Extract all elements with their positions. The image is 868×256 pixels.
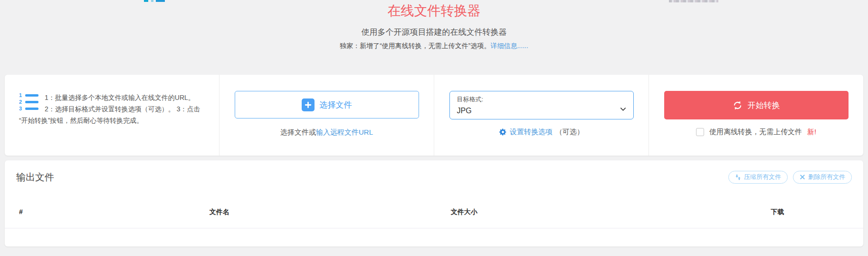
column-header-spacer	[537, 208, 691, 217]
plus-icon	[302, 98, 315, 111]
conversion-options-line: 设置转换选项 （可选）	[499, 128, 584, 137]
output-actions: 压缩所有文件 删除所有文件	[728, 171, 852, 184]
instructions-text-block: 1 2 3 1：批量选择多个本地文件或输入在线文件的URL。 2：选择目标格式并…	[5, 91, 219, 126]
start-convert-button[interactable]: 开始转换	[664, 91, 849, 119]
offline-label: 使用离线转换，无需上传文件	[709, 128, 802, 137]
page-header: 在线文件转换器 使用多个开源项目搭建的在线文件转换器 独家：新增了“使用离线转换…	[0, 0, 868, 50]
output-card: 输出文件 压缩所有文件 删除所有文件	[5, 160, 863, 246]
target-format-select[interactable]: 目标格式: JPG	[449, 91, 634, 119]
convert-column: 开始转换 使用离线转换，无需上传文件 新!	[649, 75, 863, 156]
output-headbar: 输出文件 压缩所有文件 删除所有文件	[5, 160, 863, 187]
output-title: 输出文件	[16, 171, 54, 184]
options-note: （可选）	[555, 128, 584, 137]
offline-checkbox[interactable]	[696, 128, 704, 136]
set-options-link[interactable]: 设置转换选项	[510, 128, 553, 137]
instructions-column: 1 2 3 1：批量选择多个本地文件或输入在线文件的URL。 2：选择目标格式并…	[5, 75, 219, 156]
delete-all-button[interactable]: 删除所有文件	[793, 171, 852, 184]
column-header-index: #	[5, 208, 48, 217]
target-format-value: JPG	[457, 107, 626, 115]
remote-url-link[interactable]: 输入远程文件URL	[316, 128, 373, 136]
choose-file-column: 选择文件 选择文件或输入远程文件URL	[219, 75, 434, 156]
column-header-download: 下载	[692, 208, 863, 217]
target-format-label: 目标格式:	[457, 95, 626, 104]
offline-option-line: 使用离线转换，无需上传文件 新!	[696, 128, 816, 137]
choose-file-label: 选择文件	[320, 99, 352, 110]
promo-line: 独家：新增了“使用离线转换，无需上传文件”选项。详细信息......	[0, 42, 868, 50]
close-icon	[800, 174, 805, 180]
delete-all-label: 删除所有文件	[808, 173, 845, 181]
column-header-filesize: 文件大小	[391, 208, 537, 217]
compress-all-button[interactable]: 压缩所有文件	[728, 171, 788, 184]
file-hint: 选择文件或输入远程文件URL	[280, 128, 373, 137]
ordered-list-icon: 1 2 3	[19, 93, 40, 113]
converter-card: 1 2 3 1：批量选择多个本地文件或输入在线文件的URL。 2：选择目标格式并…	[5, 75, 863, 156]
start-convert-label: 开始转换	[748, 100, 780, 111]
gear-icon	[499, 128, 507, 136]
output-table-header: # 文件名 文件大小 下载	[5, 208, 863, 228]
instructions-text: 1：批量选择多个本地文件或输入在线文件的URL。 2：选择目标格式并设置转换选项…	[19, 94, 200, 124]
compress-icon	[735, 174, 741, 180]
format-column: 目标格式: JPG 设置转换选项 （可选）	[434, 75, 649, 156]
page-title: 在线文件转换器	[0, 4, 868, 19]
refresh-icon	[733, 100, 743, 110]
column-header-filename: 文件名	[48, 208, 391, 217]
promo-text: 独家：新增了“使用离线转换，无需上传文件”选项。	[340, 42, 490, 49]
chevron-down-icon	[620, 106, 627, 113]
compress-all-label: 压缩所有文件	[744, 173, 781, 181]
page-subtitle: 使用多个开源项目搭建的在线文件转换器	[0, 27, 868, 38]
promo-details-link[interactable]: 详细信息......	[490, 42, 528, 49]
new-badge: 新!	[807, 128, 816, 137]
choose-file-button[interactable]: 选择文件	[235, 91, 419, 118]
